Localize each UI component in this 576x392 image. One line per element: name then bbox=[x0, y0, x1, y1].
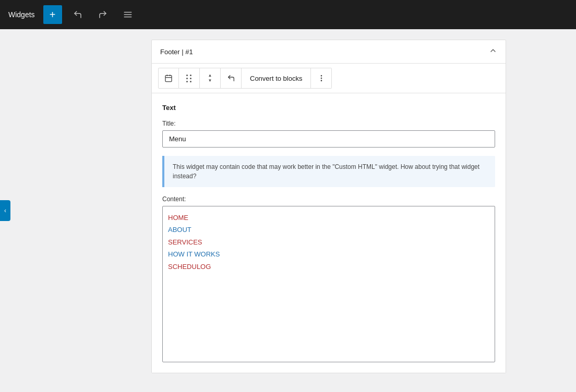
undo-button[interactable] bbox=[68, 5, 87, 24]
list-icon bbox=[123, 10, 133, 19]
svg-rect-3 bbox=[165, 76, 172, 82]
add-button[interactable]: + bbox=[43, 5, 62, 24]
content-label: Content: bbox=[162, 195, 495, 203]
info-notice: This widget may contain code that may wo… bbox=[162, 156, 495, 187]
transform-icon bbox=[227, 74, 235, 82]
transform-button[interactable] bbox=[221, 68, 242, 89]
notice-text: This widget may contain code that may wo… bbox=[173, 163, 479, 180]
widget-content: Text Title: This widget may contain code… bbox=[152, 93, 506, 373]
list-view-button[interactable] bbox=[118, 5, 137, 24]
widget-section-title: Text bbox=[162, 104, 495, 112]
link-schedulog[interactable]: SCHEDULOG bbox=[168, 261, 489, 273]
widget-area-title: Footer | #1 bbox=[160, 48, 193, 56]
widget-area-header: Footer | #1 bbox=[152, 40, 506, 64]
more-options-button[interactable] bbox=[311, 68, 332, 89]
svg-point-7 bbox=[321, 76, 321, 76]
link-how-it-works[interactable]: HOW IT WORKS bbox=[168, 248, 489, 260]
side-panel-toggle[interactable]: ‹ bbox=[0, 200, 10, 221]
title-input[interactable] bbox=[162, 130, 495, 148]
link-services[interactable]: SERVICES bbox=[168, 236, 489, 248]
more-icon bbox=[317, 74, 326, 82]
link-home[interactable]: HOME bbox=[168, 212, 489, 224]
move-arrows-button[interactable]: ▲ ▼ bbox=[200, 68, 221, 89]
content-area[interactable]: HOME ABOUT SERVICES HOW IT WORKS SCHEDUL… bbox=[162, 206, 495, 362]
undo-icon bbox=[73, 10, 82, 19]
svg-point-9 bbox=[321, 80, 321, 81]
widget-panel: Footer | #1 bbox=[151, 29, 506, 392]
redo-icon bbox=[98, 10, 107, 19]
chevron-left-icon: ‹ bbox=[4, 207, 6, 214]
link-about[interactable]: ABOUT bbox=[168, 224, 489, 236]
drag-dots-icon bbox=[186, 75, 192, 82]
calendar-icon bbox=[164, 74, 173, 82]
collapse-button[interactable] bbox=[489, 46, 497, 57]
widget-toolbar: ▲ ▼ Convert to blocks bbox=[152, 64, 506, 93]
calendar-icon-button[interactable] bbox=[158, 68, 179, 89]
drag-handle-button[interactable] bbox=[179, 68, 200, 89]
widget-area: Footer | #1 bbox=[151, 40, 506, 373]
topbar: Widgets + bbox=[0, 0, 576, 29]
redo-button[interactable] bbox=[93, 5, 112, 24]
svg-point-8 bbox=[321, 78, 321, 78]
convert-to-blocks-button[interactable]: Convert to blocks bbox=[242, 68, 311, 89]
main-area: ‹ Footer | #1 bbox=[0, 29, 576, 392]
move-arrows-icon: ▲ ▼ bbox=[208, 74, 212, 83]
app-title: Widgets bbox=[8, 10, 35, 19]
chevron-up-icon bbox=[489, 46, 497, 55]
title-label: Title: bbox=[162, 120, 495, 127]
